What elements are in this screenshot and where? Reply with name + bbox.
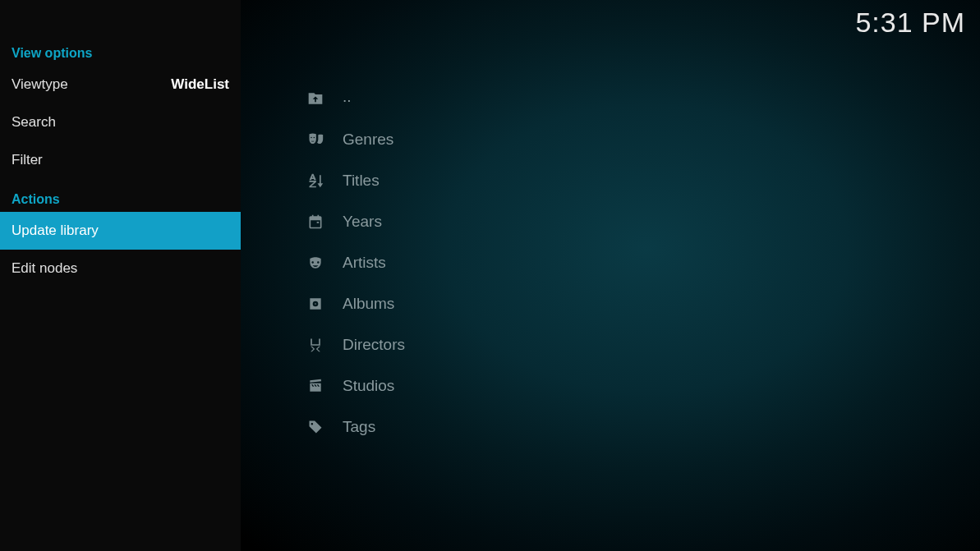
list-label-directors: Directors bbox=[343, 336, 405, 354]
list-item-genres[interactable]: Genres bbox=[306, 119, 964, 160]
list-label-artists: Artists bbox=[343, 254, 386, 272]
update-library-item[interactable]: Update library bbox=[0, 212, 241, 250]
section-header-actions: Actions bbox=[0, 187, 241, 212]
update-library-label: Update library bbox=[12, 223, 99, 239]
clapperboard-icon bbox=[306, 377, 324, 395]
list-item-artists[interactable]: Artists bbox=[306, 242, 964, 283]
list-label-tags: Tags bbox=[343, 418, 375, 436]
list-item-years[interactable]: Years bbox=[306, 201, 964, 242]
search-label: Search bbox=[12, 114, 56, 131]
viewtype-label: Viewtype bbox=[12, 76, 68, 93]
list-item-up[interactable]: .. bbox=[306, 78, 964, 119]
clock: 5:31 PM bbox=[855, 7, 965, 39]
filter-item[interactable]: Filter bbox=[0, 141, 241, 179]
edit-nodes-label: Edit nodes bbox=[12, 260, 77, 277]
disc-icon bbox=[306, 295, 324, 313]
sidebar: View options Viewtype WideList Search Fi… bbox=[0, 0, 241, 551]
tags-icon bbox=[306, 418, 324, 436]
list-label-genres: Genres bbox=[343, 131, 393, 149]
content-list: .. Genres Titles Years Artists bbox=[306, 78, 964, 448]
filter-label: Filter bbox=[12, 152, 43, 168]
list-label-studios: Studios bbox=[343, 377, 394, 395]
list-item-tags[interactable]: Tags bbox=[306, 406, 964, 448]
search-item[interactable]: Search bbox=[0, 103, 241, 141]
viewtype-item[interactable]: Viewtype WideList bbox=[0, 66, 241, 103]
director-chair-icon bbox=[306, 336, 324, 354]
folder-up-icon bbox=[306, 90, 324, 108]
edit-nodes-item[interactable]: Edit nodes bbox=[0, 250, 241, 287]
sort-alpha-icon bbox=[306, 172, 324, 190]
list-item-studios[interactable]: Studios bbox=[306, 365, 964, 406]
section-header-view-options: View options bbox=[0, 41, 241, 66]
list-label-albums: Albums bbox=[343, 295, 394, 313]
list-item-titles[interactable]: Titles bbox=[306, 160, 964, 201]
list-item-albums[interactable]: Albums bbox=[306, 283, 964, 324]
list-item-directors[interactable]: Directors bbox=[306, 324, 964, 365]
masks-icon bbox=[306, 131, 324, 149]
mask-icon bbox=[306, 254, 324, 272]
list-label-years: Years bbox=[343, 213, 382, 231]
list-label-titles: Titles bbox=[343, 172, 380, 190]
viewtype-value: WideList bbox=[171, 76, 229, 93]
list-label-up: .. bbox=[343, 88, 352, 106]
calendar-icon bbox=[306, 213, 324, 231]
main-area: 5:31 PM .. Genres Titles Years bbox=[241, 0, 980, 551]
